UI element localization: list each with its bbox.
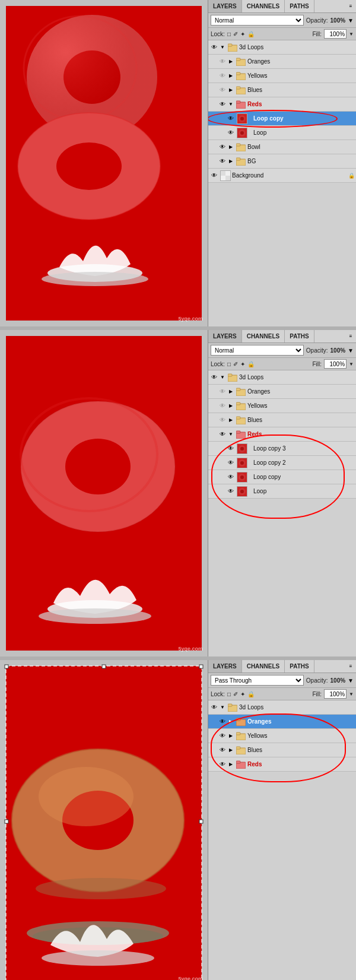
layer-loop-copy3-2[interactable]: 👁 Loop copy 3 bbox=[208, 442, 356, 456]
eye-bowl-1[interactable]: 👁 bbox=[218, 142, 227, 152]
layer-loop-1[interactable]: 👁 Loop bbox=[208, 126, 356, 140]
opacity-arrow-3[interactable]: ▼ bbox=[348, 677, 354, 684]
layer-loop-copy-2[interactable]: 👁 Loop copy bbox=[208, 470, 356, 484]
expand-oranges-1[interactable]: ▶ bbox=[227, 58, 234, 65]
tab-paths-2[interactable]: PATHS bbox=[285, 330, 314, 342]
eye-3d-loops-2[interactable]: 👁 bbox=[209, 373, 219, 382]
tab-layers-1[interactable]: LAYERS bbox=[208, 0, 242, 12]
layers-list-3[interactable]: 👁 ▼ 3d Loops 👁 ▶ Oranges 👁 ▶ bbox=[208, 700, 356, 980]
layer-loop-copy2-2[interactable]: 👁 Loop copy 2 bbox=[208, 456, 356, 470]
expand-3d-loops-3[interactable]: ▼ bbox=[219, 704, 226, 711]
layer-reds-1[interactable]: 👁 ▼ Reds bbox=[208, 97, 356, 112]
opacity-arrow-1[interactable]: ▼ bbox=[348, 17, 354, 24]
tab-channels-2[interactable]: CHANNELS bbox=[242, 330, 285, 342]
expand-3d-loops-1[interactable]: ▼ bbox=[219, 44, 226, 51]
blend-mode-select-3[interactable]: Normal Pass Through bbox=[211, 675, 304, 686]
layer-reds-3[interactable]: 👁 ▶ Reds bbox=[208, 757, 356, 772]
layer-3d-loops-3[interactable]: 👁 ▼ 3d Loops bbox=[208, 700, 356, 715]
layer-3d-loops-2[interactable]: 👁 ▼ 3d Loops bbox=[208, 370, 356, 385]
expand-yellows-3[interactable]: ▶ bbox=[227, 732, 234, 740]
eye-loop-1[interactable]: 👁 bbox=[226, 128, 236, 138]
eye-yellows-3[interactable]: 👁 bbox=[218, 731, 227, 741]
expand-bowl-1[interactable]: ▶ bbox=[227, 144, 234, 151]
expand-blues-2[interactable]: ▶ bbox=[227, 417, 234, 424]
panel-menu-button-3[interactable]: ≡ bbox=[345, 661, 356, 672]
eye-reds-1[interactable]: 👁 bbox=[218, 100, 227, 109]
eye-loop-copy2-2[interactable]: 👁 bbox=[226, 458, 236, 468]
lock-check-move-3[interactable]: ✦ bbox=[240, 691, 245, 697]
fill-arrow-2[interactable]: ▼ bbox=[349, 361, 354, 367]
eye-loop-2[interactable]: 👁 bbox=[226, 487, 236, 496]
eye-reds-2[interactable]: 👁 bbox=[218, 430, 227, 439]
tab-channels-3[interactable]: CHANNELS bbox=[242, 660, 285, 673]
expand-yellows-1[interactable]: ▶ bbox=[227, 72, 234, 80]
lock-check-pixel-1[interactable]: □ bbox=[227, 31, 231, 37]
expand-reds-3[interactable]: ▶ bbox=[227, 761, 234, 768]
expand-yellows-2[interactable]: ▶ bbox=[227, 402, 234, 410]
layer-loop-copy-1[interactable]: 👁 Loop copy bbox=[208, 112, 356, 126]
eye-reds-3[interactable]: 👁 bbox=[218, 760, 227, 769]
fill-arrow-1[interactable]: ▼ bbox=[349, 31, 354, 37]
lock-check-paint-3[interactable]: ✐ bbox=[233, 691, 238, 697]
eye-loop-copy3-2[interactable]: 👁 bbox=[226, 444, 236, 453]
expand-bg-1[interactable]: ▶ bbox=[227, 158, 234, 165]
eye-loop-copy-2[interactable]: 👁 bbox=[226, 472, 236, 482]
lock-check-all-3[interactable]: 🔒 bbox=[247, 691, 255, 697]
layer-oranges-3[interactable]: 👁 ▶ Oranges bbox=[208, 715, 356, 729]
lock-check-paint-2[interactable]: ✐ bbox=[233, 361, 238, 367]
blend-mode-select-2[interactable]: Normal Pass Through bbox=[211, 345, 304, 356]
lock-check-pixel-3[interactable]: □ bbox=[227, 691, 231, 697]
eye-loop-copy-1[interactable]: 👁 bbox=[226, 114, 236, 123]
tab-layers-2[interactable]: LAYERS bbox=[208, 330, 242, 342]
layer-bowl-1[interactable]: 👁 ▶ Bowl bbox=[208, 140, 356, 154]
tab-paths-3[interactable]: PATHS bbox=[285, 660, 314, 673]
tab-layers-3[interactable]: LAYERS bbox=[208, 660, 242, 673]
panel-menu-button-1[interactable]: ≡ bbox=[345, 1, 356, 12]
layer-blues-3[interactable]: 👁 ▶ Blues bbox=[208, 743, 356, 757]
layer-yellows-1[interactable]: 👁 ▶ Yellows bbox=[208, 69, 356, 83]
expand-reds-2[interactable]: ▼ bbox=[227, 431, 234, 438]
eye-yellows-2[interactable]: 👁 bbox=[218, 401, 227, 411]
layer-3d-loops-1[interactable]: 👁 ▼ 3d Loops bbox=[208, 40, 356, 55]
layer-background-1[interactable]: 👁 Background 🔒 bbox=[208, 169, 356, 183]
expand-3d-loops-2[interactable]: ▼ bbox=[219, 374, 226, 381]
layer-blues-1[interactable]: 👁 ▶ Blues bbox=[208, 83, 356, 97]
eye-3d-loops-3[interactable]: 👁 bbox=[209, 703, 219, 712]
layer-blues-2[interactable]: 👁 ▶ Blues bbox=[208, 413, 356, 427]
layers-list-1[interactable]: 👁 ▼ 3d Loops 👁 ▶ Oranges 👁 ▶ bbox=[208, 40, 356, 326]
lock-check-move-2[interactable]: ✦ bbox=[240, 361, 245, 367]
lock-check-paint-1[interactable]: ✐ bbox=[233, 31, 238, 37]
layers-list-2[interactable]: 👁 ▼ 3d Loops 👁 ▶ Oranges 👁 ▶ bbox=[208, 370, 356, 656]
eye-oranges-1[interactable]: 👁 bbox=[218, 57, 227, 66]
eye-blues-3[interactable]: 👁 bbox=[218, 746, 227, 755]
eye-blues-1[interactable]: 👁 bbox=[218, 85, 227, 95]
layer-oranges-1[interactable]: 👁 ▶ Oranges bbox=[208, 55, 356, 69]
layer-yellows-3[interactable]: 👁 ▶ Yellows bbox=[208, 729, 356, 743]
layer-bg-1[interactable]: 👁 ▶ BG bbox=[208, 154, 356, 169]
lock-check-all-1[interactable]: 🔒 bbox=[247, 31, 255, 37]
fill-input-2[interactable] bbox=[324, 359, 347, 369]
tab-paths-1[interactable]: PATHS bbox=[285, 0, 314, 12]
lock-check-all-2[interactable]: 🔒 bbox=[247, 361, 255, 367]
layer-yellows-2[interactable]: 👁 ▶ Yellows bbox=[208, 399, 356, 413]
expand-blues-1[interactable]: ▶ bbox=[227, 87, 234, 94]
eye-oranges-2[interactable]: 👁 bbox=[218, 387, 227, 397]
fill-arrow-3[interactable]: ▼ bbox=[349, 692, 354, 697]
opacity-arrow-2[interactable]: ▼ bbox=[348, 347, 354, 354]
panel-menu-button-2[interactable]: ≡ bbox=[345, 331, 356, 342]
expand-reds-1[interactable]: ▼ bbox=[227, 101, 234, 108]
eye-yellows-1[interactable]: 👁 bbox=[218, 71, 227, 81]
tab-channels-1[interactable]: CHANNELS bbox=[242, 0, 285, 12]
blend-mode-select-1[interactable]: Normal Pass Through Multiply Screen bbox=[211, 15, 304, 26]
eye-background-1[interactable]: 👁 bbox=[209, 171, 219, 180]
layer-loop-2[interactable]: 👁 Loop bbox=[208, 484, 356, 499]
expand-blues-3[interactable]: ▶ bbox=[227, 747, 234, 754]
eye-oranges-3[interactable]: 👁 bbox=[218, 717, 227, 727]
lock-check-move-1[interactable]: ✦ bbox=[240, 31, 245, 37]
fill-input-3[interactable] bbox=[324, 689, 347, 699]
expand-oranges-2[interactable]: ▶ bbox=[227, 388, 234, 395]
eye-3d-loops-1[interactable]: 👁 bbox=[209, 43, 219, 52]
expand-oranges-3[interactable]: ▶ bbox=[227, 718, 234, 725]
layer-reds-2[interactable]: 👁 ▼ Reds bbox=[208, 427, 356, 442]
eye-bg-1[interactable]: 👁 bbox=[218, 157, 227, 166]
